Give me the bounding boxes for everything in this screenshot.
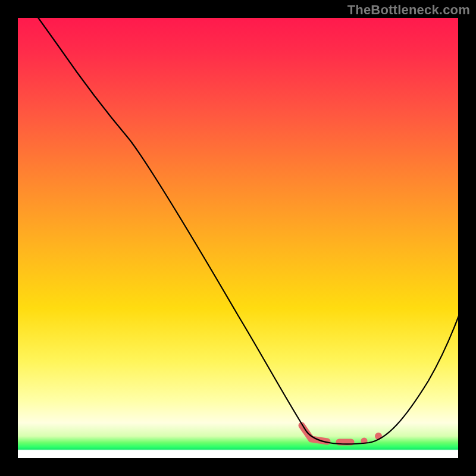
bottleneck-curve-path: [36, 14, 459, 444]
chart-svg: [18, 18, 458, 458]
watermark-text: TheBottleneck.com: [347, 2, 470, 18]
plot-area: [18, 18, 458, 458]
valley-highlight-group: [302, 425, 382, 444]
valley-highlight-stroke: [302, 425, 327, 441]
chart-frame: TheBottleneck.com: [0, 0, 476, 476]
